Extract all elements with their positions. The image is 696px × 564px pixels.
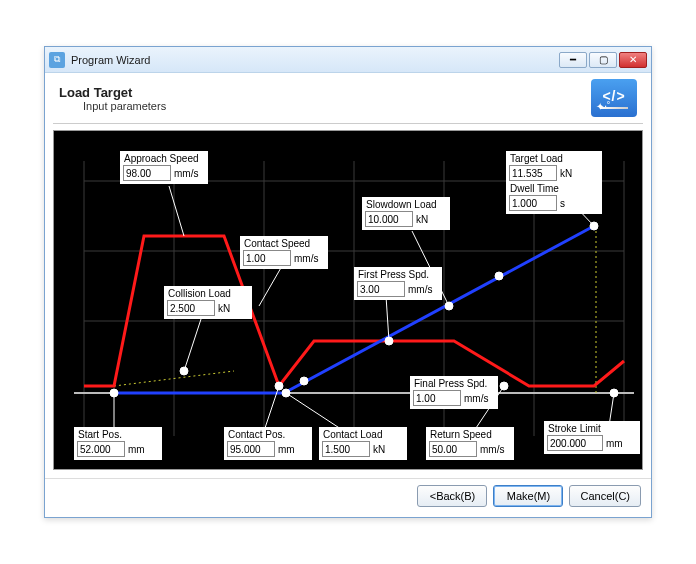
wizard-icon: </> ✦‧˚ (591, 79, 637, 117)
contact-pos-unit: mm (278, 444, 295, 455)
return-speed-input[interactable] (429, 441, 477, 457)
slowdown-load-label: Slowdown Load (365, 199, 447, 210)
stroke-limit-unit: mm (606, 438, 623, 449)
final-press-spd-label: Final Press Spd. (413, 378, 495, 389)
target-load-unit: kN (560, 168, 572, 179)
return-speed-label: Return Speed (429, 429, 511, 440)
first-press-spd-label: First Press Spd. (357, 269, 439, 280)
collision-load-input[interactable] (167, 300, 215, 316)
target-load-input[interactable] (509, 165, 557, 181)
svg-point-32 (495, 272, 503, 280)
contact-load-box: Contact Load kN (319, 427, 407, 460)
contact-load-input[interactable] (322, 441, 370, 457)
minimize-button[interactable]: ━ (559, 52, 587, 68)
close-button[interactable]: ✕ (619, 52, 647, 68)
svg-point-31 (445, 302, 453, 310)
target-dwell-box: Target Load kN Dwell Time s (506, 151, 602, 214)
app-icon: ⧉ (49, 52, 65, 68)
start-pos-box: Start Pos. mm (74, 427, 162, 460)
sparkle-icon: ✦‧˚ (596, 101, 610, 112)
svg-point-27 (275, 382, 283, 390)
dwell-time-input[interactable] (509, 195, 557, 211)
dwell-time-unit: s (560, 198, 565, 209)
dwell-time-label: Dwell Time (509, 183, 599, 194)
contact-speed-input[interactable] (243, 250, 291, 266)
svg-line-13 (169, 186, 184, 236)
svg-point-35 (500, 382, 508, 390)
titlebar: ⧉ Program Wizard ━ ▢ ✕ (45, 47, 651, 73)
contact-pos-input[interactable] (227, 441, 275, 457)
approach-speed-label: Approach Speed (123, 153, 205, 164)
svg-line-14 (184, 316, 202, 371)
window-title: Program Wizard (71, 54, 559, 66)
contact-pos-box: Contact Pos. mm (224, 427, 312, 460)
svg-point-28 (282, 389, 290, 397)
final-press-spd-box: Final Press Spd. mm/s (410, 376, 498, 409)
svg-point-29 (300, 377, 308, 385)
first-press-spd-input[interactable] (357, 281, 405, 297)
page-subtitle: Input parameters (59, 100, 591, 112)
contact-load-unit: kN (373, 444, 385, 455)
wizard-footer: <Back(B) Make(M) Cancel(C) (45, 478, 651, 517)
start-pos-label: Start Pos. (77, 429, 159, 440)
contact-speed-box: Contact Speed mm/s (240, 236, 328, 269)
collision-load-label: Collision Load (167, 288, 249, 299)
slowdown-load-input[interactable] (365, 211, 413, 227)
svg-point-26 (180, 367, 188, 375)
contact-pos-label: Contact Pos. (227, 429, 309, 440)
slowdown-load-unit: kN (416, 214, 428, 225)
slowdown-load-box: Slowdown Load kN (362, 197, 450, 230)
svg-line-21 (286, 393, 344, 431)
page-title: Load Target (59, 85, 591, 100)
return-speed-unit: mm/s (480, 444, 504, 455)
svg-line-17 (386, 296, 389, 341)
contact-speed-unit: mm/s (294, 253, 318, 264)
chart-area: Approach Speed mm/s Collision Load kN Co… (53, 130, 643, 470)
svg-point-34 (610, 389, 618, 397)
make-button[interactable]: Make(M) (493, 485, 563, 507)
approach-speed-input[interactable] (123, 165, 171, 181)
stroke-limit-label: Stroke Limit (547, 423, 637, 434)
svg-point-33 (590, 222, 598, 230)
contact-speed-label: Contact Speed (243, 238, 325, 249)
contact-load-label: Contact Load (322, 429, 404, 440)
final-press-spd-unit: mm/s (464, 393, 488, 404)
cancel-button[interactable]: Cancel(C) (569, 485, 641, 507)
svg-point-30 (385, 337, 393, 345)
final-press-spd-input[interactable] (413, 390, 461, 406)
back-button[interactable]: <Back(B) (417, 485, 487, 507)
target-load-label: Target Load (509, 153, 599, 164)
stroke-limit-box: Stroke Limit mm (544, 421, 640, 454)
start-pos-input[interactable] (77, 441, 125, 457)
divider (53, 123, 643, 124)
maximize-button[interactable]: ▢ (589, 52, 617, 68)
window-controls: ━ ▢ ✕ (559, 52, 647, 68)
approach-speed-unit: mm/s (174, 168, 198, 179)
first-press-spd-box: First Press Spd. mm/s (354, 267, 442, 300)
wizard-header: Load Target Input parameters </> ✦‧˚ (45, 73, 651, 121)
approach-speed-box: Approach Speed mm/s (120, 151, 208, 184)
stroke-limit-input[interactable] (547, 435, 603, 451)
start-pos-unit: mm (128, 444, 145, 455)
svg-line-15 (259, 266, 282, 306)
svg-point-25 (110, 389, 118, 397)
wizard-window: ⧉ Program Wizard ━ ▢ ✕ Load Target Input… (44, 46, 652, 518)
first-press-spd-unit: mm/s (408, 284, 432, 295)
collision-load-box: Collision Load kN (164, 286, 252, 319)
return-speed-box: Return Speed mm/s (426, 427, 514, 460)
collision-load-unit: kN (218, 303, 230, 314)
